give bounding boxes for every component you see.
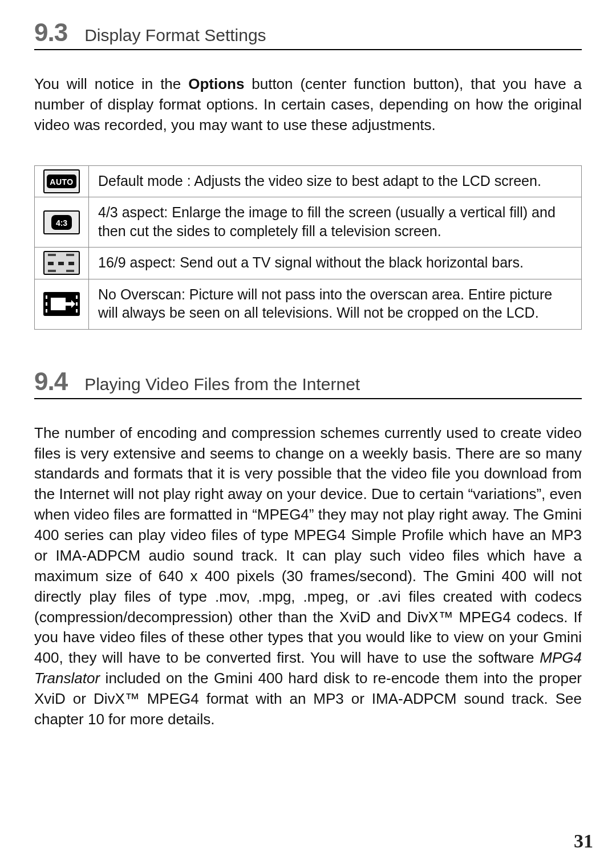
section-number: 9.3	[34, 18, 67, 47]
body-before-ital: The number of encoding and compression s…	[34, 424, 582, 667]
svg-rect-17	[46, 309, 47, 313]
section-title: Playing Video Files from the Internet	[84, 375, 360, 394]
table-row: 4:3 4/3 aspect: Enlarge the image to fil…	[35, 197, 582, 248]
section-9-4-heading: 9.4 Playing Video Files from the Interne…	[34, 367, 582, 399]
table-row: 16/9 aspect: Send out a TV signal withou…	[35, 248, 582, 279]
svg-rect-18	[76, 295, 78, 299]
page-number: 31	[574, 830, 593, 852]
svg-rect-12	[48, 270, 56, 272]
svg-rect-19	[76, 302, 78, 306]
svg-rect-16	[46, 302, 47, 306]
table-row: AUTO Default mode : Adjusts the video si…	[35, 165, 582, 197]
format-icon-cell: 4:3	[35, 197, 89, 248]
four-three-format-icon: 4:3	[43, 210, 80, 234]
intro-text-before: You will notice in the	[34, 75, 188, 92]
section-title: Display Format Settings	[84, 26, 266, 45]
svg-rect-11	[68, 262, 74, 265]
section-number: 9.4	[34, 367, 67, 396]
section-9-4-body: The number of encoding and compression s…	[34, 423, 582, 730]
svg-rect-22	[66, 302, 71, 306]
format-icon-cell	[35, 279, 89, 329]
svg-rect-8	[66, 254, 74, 256]
sixteen-nine-format-icon	[43, 251, 80, 275]
no-overscan-format-icon	[43, 292, 80, 316]
format-icon-cell	[35, 248, 89, 279]
table-row: No Overscan: Picture will not pass into …	[35, 279, 582, 329]
svg-rect-7	[48, 254, 56, 256]
svg-text:AUTO: AUTO	[50, 177, 73, 186]
format-desc-cell: 4/3 aspect: Enlarge the image to fill th…	[89, 197, 582, 248]
auto-format-icon: AUTO	[43, 169, 80, 193]
format-desc-cell: No Overscan: Picture will not pass into …	[89, 279, 582, 329]
svg-rect-15	[46, 295, 47, 299]
manual-page: 9.3 Display Format Settings You will not…	[0, 0, 616, 868]
section-9-3-heading: 9.3 Display Format Settings	[34, 18, 582, 50]
format-desc-cell: 16/9 aspect: Send out a TV signal withou…	[89, 248, 582, 279]
svg-text:4:3: 4:3	[56, 218, 67, 228]
format-desc-cell: Default mode : Adjusts the video size to…	[89, 165, 582, 197]
svg-rect-10	[58, 262, 64, 265]
svg-rect-20	[76, 309, 78, 313]
svg-rect-9	[48, 262, 54, 265]
format-icon-cell: AUTO	[35, 165, 89, 197]
section-9-3-intro: You will notice in the Options button (c…	[34, 74, 582, 136]
svg-rect-21	[51, 298, 66, 310]
display-format-table: AUTO Default mode : Adjusts the video si…	[34, 165, 582, 330]
intro-options-bold: Options	[188, 75, 244, 92]
svg-rect-13	[66, 270, 74, 272]
body-after-ital: included on the Gmini 400 hard disk to r…	[34, 670, 582, 728]
